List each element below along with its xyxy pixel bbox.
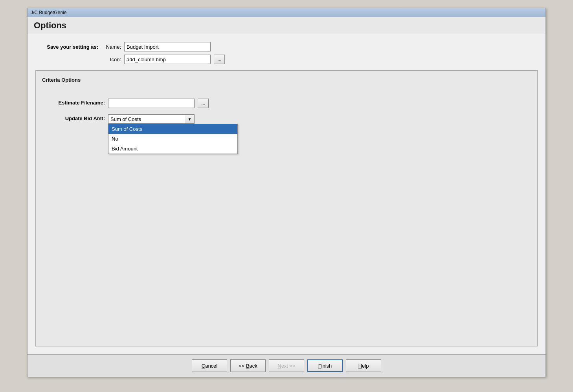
cancel-button[interactable]: Cancel	[192, 359, 227, 372]
estimate-browse-button[interactable]: ...	[198, 99, 209, 108]
settings-section: Save your setting as: Name: Icon: ...	[35, 42, 538, 64]
update-bid-label: Update Bid Amt:	[42, 114, 105, 121]
icon-setting-row: Icon: ...	[35, 55, 538, 64]
footer: Cancel << Back Next >> Finish Help	[28, 354, 545, 377]
content-area: Save your setting as: Name: Icon: ... Cr…	[28, 34, 545, 354]
title-bar: J/C BudgetGenie	[28, 8, 545, 17]
criteria-box: Criteria Options Estimate Filename: ... …	[35, 70, 538, 346]
window-title: J/C BudgetGenie	[31, 10, 66, 15]
update-bid-row: Update Bid Amt: Sum of Costs ▼ Sum of Co…	[42, 114, 531, 124]
update-bid-select-display[interactable]: Sum of Costs	[108, 114, 195, 124]
finish-label: Finish	[318, 363, 332, 369]
back-button[interactable]: << Back	[230, 359, 266, 372]
dropdown-option-bid-amount[interactable]: Bid Amount	[108, 144, 237, 154]
update-bid-dropdown: Sum of Costs No Bid Amount	[108, 124, 238, 154]
cancel-label: Cancel	[202, 363, 217, 369]
estimate-row: Estimate Filename: ...	[42, 99, 531, 108]
name-label: Name:	[101, 44, 121, 50]
criteria-title: Criteria Options	[42, 77, 531, 83]
save-label: Save your setting as:	[35, 44, 98, 50]
help-label: Help	[358, 363, 369, 369]
main-window: J/C BudgetGenie Options Save your settin…	[27, 8, 546, 377]
estimate-filename-input[interactable]	[108, 99, 195, 108]
save-setting-row: Save your setting as: Name:	[35, 42, 538, 51]
next-button[interactable]: Next >>	[269, 359, 304, 372]
dropdown-option-no[interactable]: No	[108, 134, 237, 144]
icon-input[interactable]	[124, 55, 211, 64]
icon-browse-button[interactable]: ...	[214, 55, 225, 64]
next-label: Next >>	[277, 363, 296, 369]
update-bid-select-wrapper: Sum of Costs ▼ Sum of Costs No Bid Amoun…	[108, 114, 195, 124]
back-label: << Back	[239, 363, 257, 369]
finish-button[interactable]: Finish	[307, 359, 343, 372]
estimate-label: Estimate Filename:	[42, 99, 105, 106]
name-input[interactable]	[124, 42, 211, 51]
help-button[interactable]: Help	[346, 359, 381, 372]
criteria-content: Estimate Filename: ... Update Bid Amt: S…	[42, 91, 531, 124]
dropdown-option-sum-of-costs[interactable]: Sum of Costs	[108, 124, 237, 134]
page-title: Options	[28, 17, 545, 34]
icon-label: Icon:	[101, 57, 121, 62]
